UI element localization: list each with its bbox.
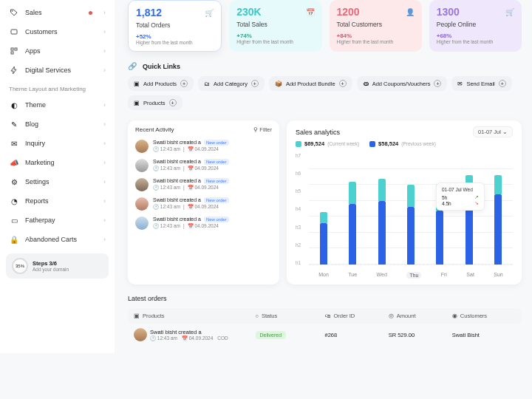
stat-total-orders[interactable]: 1,812 🛒 Total Orders +52% Higher from th… — [128, 0, 222, 52]
date-range-select[interactable]: 01-07 Jul ⌄ — [473, 126, 513, 137]
analytics-title: Sales analytics — [296, 129, 340, 136]
sidebar-item-reports[interactable]: ◔Reports› — [6, 191, 109, 211]
avatar — [135, 197, 149, 211]
sidebar-item-label: Digital Services — [25, 66, 103, 74]
order-badge: New order — [204, 197, 229, 203]
sidebar-item-fatherpay[interactable]: ▭Fatherpay› — [6, 211, 109, 230]
stat-title: Total Orders — [136, 21, 214, 29]
plus-icon: + — [180, 80, 188, 87]
circle-icon: ○ — [256, 313, 259, 319]
stats-row: 1,812 🛒 Total Orders +52% Higher from th… — [128, 0, 522, 52]
order-badge: New order — [204, 216, 229, 222]
chevron-right-icon: › — [103, 101, 106, 109]
megaphone-icon: 📣 — [9, 157, 19, 168]
cart-icon: 🛒 — [504, 6, 516, 18]
quick-links-chips: ▣Add Products+ 🗂Add Category+ 📦Add Produ… — [128, 76, 522, 110]
filter-button[interactable]: ⚲ Filter — [253, 126, 272, 133]
stat-value: 1,812 — [136, 7, 214, 18]
chip-products[interactable]: ▣Products+ — [128, 95, 183, 110]
quick-links-title: Quick Links — [143, 63, 180, 70]
sidebar-item-inquiry[interactable]: ✉Inquiry› — [6, 134, 109, 153]
bar-mon[interactable] — [320, 153, 327, 265]
orders-title: Latest orders — [128, 295, 522, 302]
sidebar-item-theme[interactable]: ◐Theme› — [6, 95, 109, 115]
sidebar-item-marketing[interactable]: 📣Marketing› — [6, 153, 109, 172]
chip-send-email[interactable]: ✉Send Email+ — [451, 76, 511, 91]
activity-item[interactable]: Swati bisht created a New order🕐 12:43 a… — [135, 178, 272, 191]
steps-card[interactable]: 35% Steps 3/6 Add your domain — [6, 253, 109, 279]
bar-wed[interactable] — [378, 153, 386, 265]
legend-swatch-previous — [369, 141, 375, 147]
plus-box-icon: ▣ — [134, 81, 140, 87]
status-badge: Delivered — [256, 331, 287, 339]
x-axis-labels: MonTueWedThuFriSatSun — [309, 272, 513, 279]
steps-sub: Add your domain — [33, 267, 69, 272]
sidebar-item-digital-services[interactable]: Digital Services › — [6, 61, 109, 80]
chevron-right-icon: › — [103, 66, 106, 74]
users-icon — [9, 27, 19, 37]
bar-tue[interactable] — [349, 153, 356, 265]
chip-add-products[interactable]: ▣Add Products+ — [128, 76, 194, 91]
wallet-icon: ▭ — [9, 215, 19, 225]
user-icon: 👤 — [404, 6, 416, 18]
legend-swatch-current — [296, 141, 301, 147]
stat-pct: +68% — [437, 33, 514, 39]
chip-add-coupons[interactable]: 🎟Add Coupons/Vouchers+ — [357, 76, 448, 91]
ticket-icon: 🎟 — [363, 81, 369, 87]
bar-thu[interactable] — [407, 153, 415, 265]
orders-table-head: ▣Products ○Status 🛍Order ID ◎Amount ◉Cus… — [128, 308, 522, 324]
sidebar-item-abandoned-carts[interactable]: 🔒Abandoned Carts› — [6, 230, 109, 249]
recent-activity-card: Recent Activity ⚲ Filter Swati bisht cre… — [128, 120, 279, 284]
chevron-right-icon: › — [103, 47, 106, 55]
activity-item[interactable]: Swati bisht created a New order🕐 12:43 a… — [135, 197, 272, 211]
plus-icon: + — [339, 80, 347, 87]
stat-title: Total Sales — [236, 21, 314, 28]
order-badge: New order — [204, 140, 229, 146]
sidebar-item-blog[interactable]: ✎Blog› — [6, 115, 109, 134]
plus-icon: + — [434, 80, 441, 87]
table-row[interactable]: Swati bisht created a 🕐 12:43 am📅 04.09.… — [128, 324, 522, 346]
stat-total-customers[interactable]: 1200 👤 Total Customers +84% Higher from … — [330, 0, 422, 52]
activity-item[interactable]: Swati bisht created a New order🕐 12:43 a… — [135, 159, 272, 172]
sidebar-item-customers[interactable]: Customers › — [6, 22, 109, 41]
sidebar-item-apps[interactable]: Apps › — [6, 41, 109, 61]
stat-pct: +74% — [236, 33, 314, 39]
chevron-right-icon: › — [103, 178, 106, 185]
avatar — [135, 159, 149, 172]
sidebar: Sales › Customers › Apps › Digital Servi… — [0, 0, 115, 353]
activity-item[interactable]: Swati bisht created a New order🕐 12:43 a… — [135, 140, 272, 153]
avatar — [135, 178, 149, 191]
stat-title: People Online — [437, 21, 514, 28]
chevron-right-icon: › — [103, 236, 106, 243]
lock-icon: 🔒 — [9, 234, 19, 245]
palette-icon: ◐ — [9, 100, 19, 110]
stat-value: 230K — [236, 6, 314, 18]
svg-rect-4 — [11, 52, 13, 54]
stat-value: 1200 — [337, 6, 415, 18]
bar-sun[interactable] — [494, 153, 502, 265]
sidebar-item-settings[interactable]: ⚙Settings› — [6, 172, 109, 191]
chevron-right-icon: › — [103, 159, 106, 166]
chat-icon: ✉ — [9, 138, 19, 149]
order-badge: New order — [204, 178, 229, 184]
activity-item[interactable]: Swati bisht created a New order🕐 12:43 a… — [135, 216, 272, 230]
grid-icon — [9, 46, 19, 56]
chip-add-bundle[interactable]: 📦Add Product Bundle+ — [269, 76, 352, 91]
stat-total-sales[interactable]: 230K 📅 Total Sales +74% Higher from the … — [229, 0, 321, 52]
stat-pct: +52% — [136, 33, 214, 40]
svg-rect-2 — [11, 48, 13, 50]
chip-add-category[interactable]: 🗂Add Category+ — [198, 76, 265, 91]
stat-note: Higher from the last month — [337, 39, 415, 44]
sidebar-item-label: Customers — [25, 28, 103, 35]
progress-ring: 35% — [12, 258, 28, 274]
chevron-right-icon: › — [103, 140, 106, 147]
trend-up-icon: ↗ — [474, 194, 479, 200]
sidebar-item-sales[interactable]: Sales › — [6, 3, 109, 22]
stat-people-online[interactable]: 1300 🛒 People Online +68% Higher from th… — [429, 0, 522, 52]
box-icon: ▣ — [134, 100, 140, 106]
stat-title: Total Customers — [337, 21, 415, 28]
plus-icon: + — [499, 80, 506, 87]
calendar-icon: 📅 — [304, 6, 316, 18]
stat-value: 1300 — [437, 6, 514, 18]
gear-icon: ⚙ — [9, 177, 19, 187]
